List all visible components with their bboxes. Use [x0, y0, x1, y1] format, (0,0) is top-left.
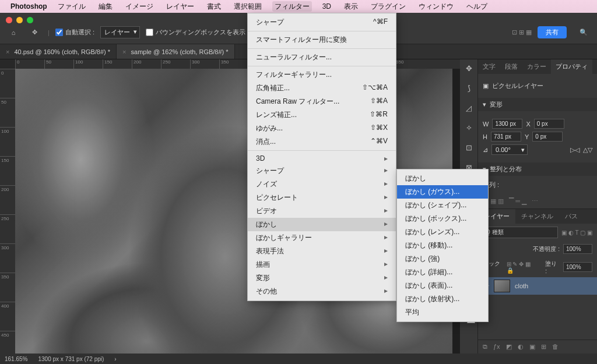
close-tab-icon[interactable]: × — [122, 48, 126, 55]
filter-menu-item[interactable]: 3D▸ — [248, 153, 396, 164]
filter-menu-item[interactable]: ぼかしギャラリー▸ — [248, 231, 396, 245]
auto-select-checkbox[interactable]: 自動選択 : — [55, 28, 94, 37]
blur-submenu-item[interactable]: ぼかし (表面)... — [397, 279, 488, 292]
fx-icon[interactable]: ƒx — [493, 343, 500, 351]
filter-menu-item[interactable]: Camera Raw フィルター...⇧⌘A — [248, 95, 396, 108]
blur-submenu-item[interactable]: ぼかし (ボックス)... — [397, 212, 488, 225]
transform-section-header[interactable]: ▾変形 — [478, 98, 597, 111]
trash-icon[interactable]: 🗑 — [552, 343, 559, 351]
layers-tab[interactable]: パス — [559, 209, 584, 224]
blur-submenu-item[interactable]: ぼかし (放射状)... — [397, 292, 488, 306]
angle-field[interactable]: 0.00° — [491, 144, 528, 155]
menu-ファイル[interactable]: ファイル — [55, 1, 88, 12]
menu-ヘルプ[interactable]: ヘルプ — [464, 1, 490, 12]
menu-レイヤー[interactable]: レイヤー — [164, 1, 196, 12]
layers-tab[interactable]: チャンネル — [515, 209, 559, 224]
status-chevron-icon[interactable]: › — [114, 356, 116, 362]
filter-menu-item[interactable]: ぼかし▸ — [248, 218, 396, 231]
filter-menu-item[interactable]: 広角補正...⇧⌥⌘A — [248, 82, 396, 95]
poly-lasso-tool-icon[interactable]: ◿ — [462, 101, 475, 114]
width-field[interactable] — [492, 119, 522, 129]
adjust-icon[interactable]: ◐ — [518, 343, 524, 351]
menu-ウィンドウ[interactable]: ウィンドウ — [416, 1, 456, 12]
lock-icons[interactable]: ⊞ ✎ ✥ ▦ 🔒 — [507, 261, 539, 274]
auto-select-dropdown[interactable]: レイヤー — [100, 26, 140, 38]
blur-submenu-item[interactable]: ぼかし (強) — [397, 252, 488, 266]
fill-field[interactable]: 100% — [563, 262, 592, 272]
layer-filter-dropdown[interactable]: Q 種類 — [483, 227, 558, 238]
blur-submenu-item[interactable]: ぼかし (シェイプ)... — [397, 199, 488, 212]
move-tool-icon[interactable]: ✥ — [462, 62, 475, 75]
panel-tab[interactable]: カラー — [522, 59, 551, 74]
filter-menu-item[interactable]: スマートフィルター用に変換 — [248, 33, 396, 47]
panel-stack: 文字段落カラープロパティ ▣ピクセルレイヤー ▾変形 W X H Y ⊿ 0.0… — [477, 59, 597, 354]
x-field[interactable] — [534, 119, 564, 129]
filter-icons[interactable]: ▣ ◐ T ▢ ▣ — [561, 229, 592, 236]
blur-submenu-item[interactable]: ぼかし (移動)... — [397, 239, 488, 252]
close-tab-icon[interactable]: × — [6, 48, 9, 55]
document-tab[interactable]: ×40.psd @ 160% (cloth, RGB/8#) * — [0, 44, 117, 59]
close-window-icon[interactable] — [6, 17, 12, 23]
y-field[interactable] — [532, 132, 563, 142]
blur-submenu-item[interactable]: 平均 — [397, 306, 488, 319]
menu-プラグイン[interactable]: プラグイン — [368, 1, 408, 12]
search-icon[interactable]: 🔍 — [576, 25, 591, 40]
panel-tab[interactable]: 文字 — [478, 59, 500, 74]
home-icon[interactable]: ⌂ — [6, 25, 21, 40]
menu-書式[interactable]: 書式 — [205, 1, 223, 12]
filter-menu-item[interactable]: その他▸ — [248, 285, 396, 298]
filter-menu-item[interactable]: 変形▸ — [248, 271, 396, 285]
link-icon[interactable]: ⧉ — [483, 343, 487, 351]
blur-submenu-item[interactable]: ぼかし (ガウス)... — [397, 185, 488, 199]
filter-menu-item[interactable]: ビデオ▸ — [248, 204, 396, 218]
opacity-field[interactable]: 100% — [563, 244, 592, 254]
height-field[interactable] — [491, 132, 521, 142]
flip-h-icon[interactable]: ▷◁ — [570, 146, 580, 154]
filter-menu-item[interactable]: ニューラルフィルター... — [248, 51, 396, 64]
document-tab[interactable]: ×sample @ 162% (cloth, RGB/8#) * — [117, 44, 235, 59]
opacity-label: 不透明度 : — [533, 245, 560, 253]
blur-submenu-item[interactable]: ぼかし — [397, 172, 488, 185]
panel-tab[interactable]: プロパティ — [551, 59, 592, 74]
filter-menu-item[interactable]: シャープ^⌘F — [248, 16, 396, 29]
flip-v-icon[interactable]: △▽ — [583, 146, 592, 154]
zoom-level[interactable]: 161.65% — [5, 356, 27, 362]
wand-tool-icon[interactable]: ✧ — [462, 121, 475, 134]
menu-イメージ[interactable]: イメージ — [123, 1, 156, 12]
panel-tab[interactable]: 段落 — [500, 59, 522, 74]
filter-menu-item[interactable]: ピクセレート▸ — [248, 191, 396, 204]
filter-menu-item[interactable]: レンズ補正...⇧⌘R — [248, 108, 396, 122]
filter-menu-item[interactable]: フィルターギャラリー... — [248, 68, 396, 82]
menu-3D[interactable]: 3D — [320, 1, 333, 12]
filter-menu-item[interactable]: ゆがみ...⇧⌘X — [248, 122, 396, 135]
filter-menu-item[interactable]: ノイズ▸ — [248, 178, 396, 191]
menu-表示[interactable]: 表示 — [342, 1, 360, 12]
mask-icon[interactable]: ◩ — [506, 343, 512, 351]
layer-row[interactable]: 👁 cloth — [478, 277, 597, 295]
align-section-header[interactable]: ▾整列と分布 — [478, 162, 597, 176]
filter-menu-item[interactable]: シャープ▸ — [248, 164, 396, 178]
group-icon[interactable]: ▣ — [529, 343, 535, 351]
share-button[interactable]: 共有 — [538, 26, 567, 38]
filter-menu-item[interactable]: 消点...⌃⌘V — [248, 135, 396, 149]
layer-name: cloth — [515, 282, 528, 289]
crop-tool-icon[interactable]: ⊡ — [462, 141, 475, 154]
menu-選択範囲[interactable]: 選択範囲 — [231, 1, 264, 12]
menu-フィルター[interactable]: フィルター — [272, 1, 312, 12]
filter-menu-item[interactable]: 描画▸ — [248, 258, 396, 271]
blur-submenu-item[interactable]: ぼかし (詳細)... — [397, 266, 488, 279]
move-tool-icon[interactable]: ✥ — [27, 25, 42, 40]
status-bar: 161.65% 1300 px x 731 px (72 ppi) › — [0, 354, 597, 364]
view-icons[interactable]: ⊡ ⊞ ▦ — [512, 29, 532, 36]
align-buttons[interactable]: ▤ ▦ ▥ ▔ ═ ▁ ⋯ — [478, 194, 597, 208]
new-layer-icon[interactable]: ⊞ — [541, 343, 546, 351]
filter-menu-item[interactable]: 表現手法▸ — [248, 245, 396, 258]
blur-submenu-item[interactable]: ぼかし (レンズ)... — [397, 225, 488, 239]
lasso-tool-icon[interactable]: ⟆ — [462, 82, 475, 94]
app-name[interactable]: Photoshop — [10, 2, 47, 10]
minimize-window-icon[interactable] — [16, 17, 23, 23]
menu-編集[interactable]: 編集 — [96, 1, 115, 12]
layer-thumb — [494, 280, 510, 292]
zoom-window-icon[interactable] — [27, 17, 33, 23]
bounding-box-checkbox[interactable]: バウンディングボックスを表示 — [146, 28, 245, 37]
